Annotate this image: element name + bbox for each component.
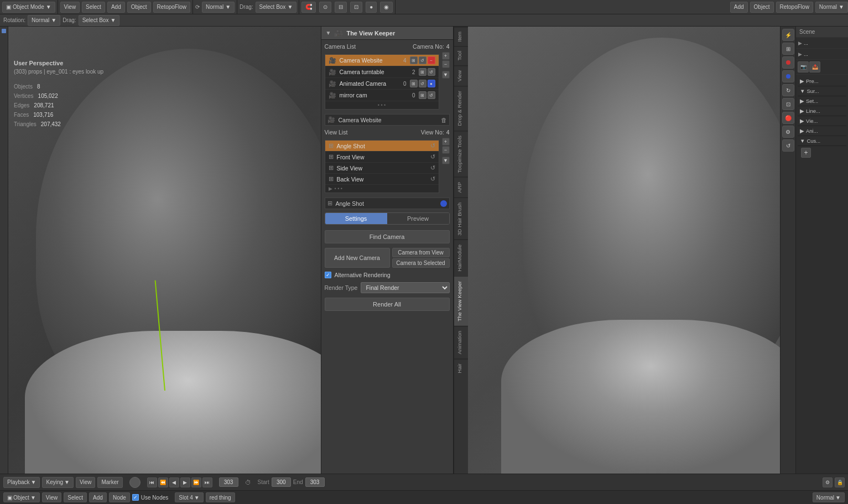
camera-turntable-refresh-btn[interactable]: ↺ [428,68,435,76]
prop-expand-cus[interactable]: ▼ Cus... [798,136,846,146]
view-list-add-btn[interactable]: + [442,138,450,146]
keying-btn[interactable]: Keying ▼ [42,477,73,488]
side-tab-view[interactable]: View [454,65,468,86]
right-object-btn[interactable]: Object [750,2,774,13]
timeline-settings-btn[interactable]: ⚙ [823,477,833,487]
view-back-refresh[interactable]: ↺ [430,175,435,183]
view-list-remove-btn[interactable]: − [442,146,450,154]
view-list-down-btn[interactable]: ▼ [442,157,450,164]
camera-animated-grid-btn[interactable]: ⊞ [410,80,418,87]
preview-tab-btn[interactable]: Preview [387,213,449,224]
prop-add-btn[interactable]: + [801,148,811,158]
camera-website-close-btn[interactable]: − [428,56,435,64]
red-thing-btn[interactable]: red thing [206,492,235,502]
select-box2-btn[interactable]: Select Box ▼ [79,15,120,26]
alternative-rendering-checkbox[interactable]: ✓ [325,272,331,278]
side-tab-hairmodule[interactable]: HairModule [454,240,468,276]
jump-back-btn[interactable]: ⏪ [158,477,168,487]
camera-animated-blue-btn[interactable]: ● [428,80,435,87]
right-tool-9[interactable]: ↺ [782,139,794,152]
side-tab-animation[interactable]: Animation [454,326,468,358]
normal-transform-btn[interactable]: Normal ▼ [202,2,235,13]
right-tool-6[interactable]: ⊡ [782,98,794,110]
proportional-btn[interactable]: ⊙ [319,2,331,13]
render-mode-btn[interactable]: ● [366,2,377,13]
camera-from-view-btn[interactable]: Camera from View [392,248,450,257]
side-tab-drop-render[interactable]: Drop & Render [454,86,468,130]
prop-tab-render[interactable]: 📷 [798,61,809,72]
side-tab-item[interactable]: Item [454,27,468,46]
side-tab-toopimize[interactable]: Toopimize Tools [454,131,468,177]
timeline-lock-btn[interactable]: 🔒 [835,477,845,487]
view-timeline-btn[interactable]: View [76,477,96,488]
object-mode-bottom-btn[interactable]: ▣ Object ▼ [3,492,40,502]
camera-item-animated[interactable]: 🎥 Animated Camera 0 ⊞ ↺ ● [325,78,439,90]
view-bottom-btn[interactable]: View [42,492,62,502]
current-frame-display[interactable]: 303 [219,477,238,487]
right-add-btn[interactable]: Add [730,2,748,13]
render-type-select[interactable]: Final Render Preview Render Custom [361,282,449,293]
select-box-btn[interactable]: Select Box ▼ [256,2,297,13]
playback-btn[interactable]: Playback ▼ [3,477,40,488]
view-side-refresh[interactable]: ↺ [430,164,435,172]
view-item-angle[interactable]: ⊞ Angle Shot ↺ [325,141,439,152]
snap-btn[interactable]: 🧲 [301,2,316,13]
normal2-btn[interactable]: Normal ▼ [813,492,845,502]
view-expand-arrow[interactable]: ▶ [329,186,332,191]
camera-to-selected-btn[interactable]: Camera to Selected [392,258,450,268]
right-tool-8[interactable]: ⚙ [782,126,794,138]
side-tab-tool[interactable]: Tool [454,46,468,65]
add-bottom-btn[interactable]: Add [89,492,107,502]
prop-expand-pre[interactable]: ▶ Pre... [798,76,846,86]
panel-collapse-arrow[interactable]: ▼ [326,30,331,36]
camera-website-refresh-btn[interactable]: ↺ [419,56,426,64]
prop-expand-sur[interactable]: ▼ Sur... [798,86,846,96]
render-all-btn[interactable]: Render All [325,298,450,311]
alternative-rendering-label[interactable]: Alternative Rendering [335,272,391,278]
scene-item-2[interactable]: ▶ ... [796,49,848,60]
camera-list-add-btn[interactable]: + [442,52,450,60]
jump-end-btn[interactable]: ⏭ [202,477,212,487]
play-btn[interactable]: ▶ [180,477,190,487]
mirror-btn[interactable]: ⊟ [335,2,347,13]
camera-item-mirror[interactable]: 🎥 mirror cam 0 ⊞ ↺ [325,90,439,101]
side-tab-hair-brush[interactable]: 3D Hair Brush [454,198,468,240]
camera-turntable-grid-btn[interactable]: ⊞ [419,68,426,76]
prev-frame-btn[interactable]: ◀ [169,477,179,487]
prop-tab-output[interactable]: 📤 [809,61,820,72]
right-tool-4[interactable] [782,70,794,82]
camera-list-down-btn[interactable]: ▼ [442,71,450,79]
wireframe-btn[interactable]: ⊡ [350,2,362,13]
camera-animated-refresh-btn[interactable]: ↺ [419,80,426,87]
view-item-front[interactable]: ⊞ Front View ↺ [325,152,439,163]
prop-expand-line[interactable]: ▶ Line... [798,106,846,116]
right-viewport[interactable] [468,27,781,474]
jump-start-btn[interactable]: ⏮ [147,477,157,487]
select-bottom-btn[interactable]: Select [64,492,87,502]
side-tab-arp[interactable]: ARP [454,177,468,198]
camera-item-turntable[interactable]: 🎥 Camera turntable 2 ⊞ ↺ [325,66,439,78]
select-menu-btn[interactable]: Select [82,2,105,13]
camera-list-remove-btn[interactable]: − [442,60,450,68]
right-tool-2[interactable]: ⊞ [782,43,794,55]
right-retopo-btn[interactable]: RetopoFlow [776,2,813,13]
camera-item-website[interactable]: 🎥 Camera Website 4 ⊞ ↺ − [325,55,439,66]
camera-mirror-grid-btn[interactable]: ⊞ [419,91,426,99]
add-menu-btn[interactable]: Add [107,2,125,13]
right-tool-5[interactable]: ↻ [782,84,794,96]
add-new-camera-btn[interactable]: Add New Camera [325,248,390,268]
use-nodes-checkbox[interactable]: ✓ [132,494,139,501]
view-front-refresh[interactable]: ↺ [430,153,435,160]
end-frame-display[interactable]: 303 [305,477,325,487]
prop-expand-vie[interactable]: ▶ Vie... [798,116,846,126]
scene-item-1[interactable]: ▶ ... [796,38,848,49]
left-viewport[interactable]: User Perspective (303) props | eye_001 :… [8,27,321,474]
prop-expand-set[interactable]: ▶ Set... [798,96,846,106]
marker-btn[interactable]: Marker [97,477,122,488]
retopo-menu-btn[interactable]: RetopoFlow [153,2,190,13]
side-tab-view-keeper[interactable]: The View Keeper [454,276,468,326]
camera-website-grid-btn[interactable]: ⊞ [410,56,418,64]
object-menu-btn[interactable]: Object [127,2,151,13]
right-tool-1[interactable]: ⚡ [782,29,794,41]
camera-trash-btn[interactable]: 🗑 [441,117,447,123]
